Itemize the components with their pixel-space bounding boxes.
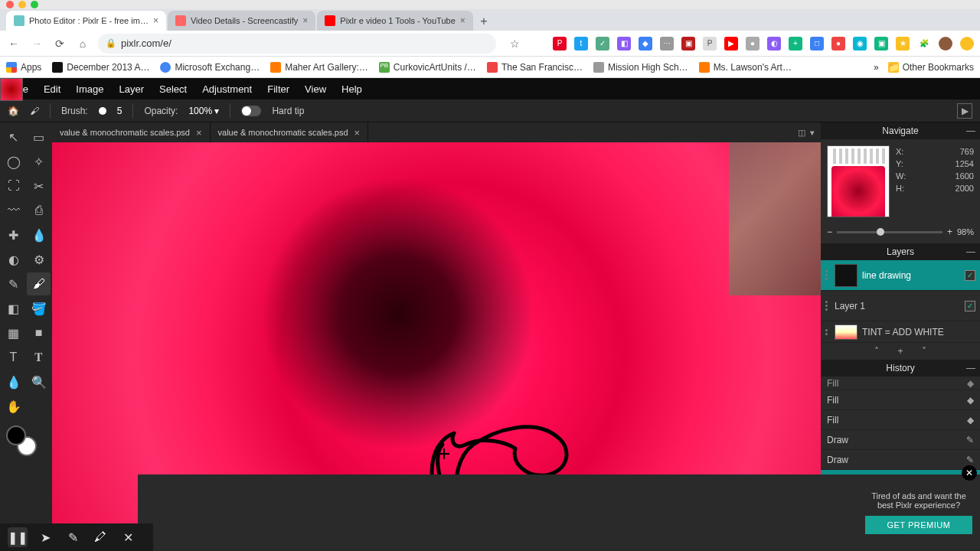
ext-icon[interactable]: P xyxy=(703,37,717,51)
ext-icon[interactable]: ⋯ xyxy=(660,37,674,51)
arrange-icon[interactable]: ◫ xyxy=(798,128,805,138)
bookmark-item[interactable]: The San Francisc… xyxy=(487,62,583,73)
document-tab[interactable]: value & monochromatic scales.psd × xyxy=(52,122,211,142)
type-tool-icon[interactable]: 𝐓 xyxy=(27,346,51,369)
visibility-checkbox[interactable]: ✓ xyxy=(965,270,975,281)
ext-icon[interactable]: ✓ xyxy=(596,37,609,51)
close-icon[interactable]: × xyxy=(302,15,308,26)
browser-tab-active[interactable]: Photo Editor : Pixlr E - free im… × xyxy=(6,11,166,31)
drag-handle-icon[interactable] xyxy=(825,329,830,335)
eraser-tool-icon[interactable]: ◧ xyxy=(2,297,25,320)
menu-filter[interactable]: Filter xyxy=(267,83,289,95)
history-panel-header[interactable]: History — xyxy=(821,360,980,377)
crop-tool-icon[interactable]: ⛶ xyxy=(2,174,25,197)
brush-size-value[interactable]: 5 xyxy=(117,106,122,116)
pen-icon[interactable]: ✎ xyxy=(63,527,83,547)
ext-icon[interactable]: ◐ xyxy=(767,37,781,51)
menu-select[interactable]: Select xyxy=(159,83,187,95)
heal-tool-icon[interactable]: ✚ xyxy=(2,223,25,246)
traffic-zoom[interactable] xyxy=(31,1,38,8)
wand-tool-icon[interactable]: ✧ xyxy=(27,150,51,173)
ext-icon[interactable]: + xyxy=(789,37,802,51)
marquee-tool-icon[interactable]: ▭ xyxy=(27,126,51,148)
layers-panel-header[interactable]: Layers — xyxy=(821,243,980,260)
lasso-tool-icon[interactable]: ◯ xyxy=(2,150,25,173)
layer-thumbnail[interactable] xyxy=(835,264,858,287)
close-icon[interactable]: × xyxy=(354,127,361,139)
eyedropper-tool-icon[interactable]: 💧 xyxy=(2,370,25,393)
menu-image[interactable]: Image xyxy=(76,83,103,95)
extensions-menu-icon[interactable]: 🧩 xyxy=(917,37,931,51)
menu-edit[interactable]: Edit xyxy=(44,83,60,95)
bookmark-item[interactable]: December 2013 A… xyxy=(52,62,149,73)
ext-icon[interactable]: ★ xyxy=(896,37,910,51)
ext-icon[interactable]: ▣ xyxy=(681,37,695,51)
home-icon[interactable]: 🏠 xyxy=(8,106,19,116)
brush-tool-icon[interactable]: 🖌 xyxy=(27,272,51,295)
url-field[interactable]: 🔒 pixlr.com/e/ xyxy=(98,34,496,54)
expand-panels-icon[interactable]: ▶ xyxy=(957,103,972,119)
brush-tool-icon[interactable]: 🖌 xyxy=(30,106,39,116)
drag-handle-icon[interactable] xyxy=(825,270,830,280)
layer-row[interactable]: TINT = ADD WHITE xyxy=(821,321,980,343)
bookmarks-overflow[interactable]: » xyxy=(874,62,879,73)
collapse-icon[interactable]: — xyxy=(966,246,975,257)
add-layer-icon[interactable]: + xyxy=(897,346,903,357)
bookmark-item[interactable]: Microsoft Exchang… xyxy=(160,62,260,73)
ext-icon[interactable]: P xyxy=(553,37,567,51)
hand-tool-icon[interactable]: ✋ xyxy=(2,395,25,418)
other-bookmarks[interactable]: 📁Other Bookmarks xyxy=(888,62,974,73)
drag-handle-icon[interactable] xyxy=(825,301,830,311)
navigator-thumbnail[interactable] xyxy=(827,145,890,217)
get-premium-button[interactable]: GET PREMIUM xyxy=(865,516,972,534)
gradient-tool-icon[interactable]: ▦ xyxy=(2,321,25,344)
arrange-menu-icon[interactable]: ▾ xyxy=(810,128,815,138)
marker-icon[interactable]: 🖍 xyxy=(90,527,110,547)
ext-icon[interactable]: ● xyxy=(746,37,760,51)
browser-tab[interactable]: Video Details - Screencastify × xyxy=(168,11,315,31)
sponge-tool-icon[interactable]: ⚙ xyxy=(27,248,51,271)
pause-button[interactable]: ❚❚ xyxy=(8,527,28,547)
back-button[interactable]: ← xyxy=(6,36,21,51)
shape-tool-icon[interactable]: ■ xyxy=(27,321,51,344)
browser-tab[interactable]: Pixlr e video 1 Tools - YouTube × xyxy=(317,11,472,31)
cut-tool-icon[interactable]: ✂ xyxy=(27,174,51,197)
visibility-checkbox[interactable]: ✓ xyxy=(965,301,975,311)
pointer-icon[interactable]: ➤ xyxy=(35,527,55,547)
layer-down-icon[interactable]: ˅ xyxy=(922,346,926,357)
bookmark-item[interactable]: Ms. Lawson's Art… xyxy=(699,62,792,73)
color-swatches[interactable] xyxy=(2,424,51,459)
document-tab[interactable]: value & monochromatic scales.psd × xyxy=(211,122,369,142)
liquify-tool-icon[interactable]: 〰 xyxy=(2,199,25,222)
text-tool-icon[interactable]: T xyxy=(2,346,25,369)
apps-button[interactable]: Apps xyxy=(6,62,41,73)
cancel-icon[interactable]: ✕ xyxy=(118,527,138,547)
layer-row[interactable]: line drawing ✓ xyxy=(821,260,980,291)
menu-adjustment[interactable]: Adjustment xyxy=(202,83,252,95)
ext-icon[interactable]: t xyxy=(574,37,588,51)
clone-tool-icon[interactable]: ⎙ xyxy=(27,199,51,222)
bookmark-item[interactable]: Mission High Sch… xyxy=(593,62,688,73)
layer-thumbnail[interactable] xyxy=(0,78,23,101)
layer-thumbnail[interactable] xyxy=(835,324,858,340)
history-item[interactable]: Fill◆ xyxy=(821,410,980,430)
ext-icon[interactable]: ◧ xyxy=(617,37,631,51)
ext-icon[interactable]: ▶ xyxy=(724,37,738,51)
close-icon[interactable]: × xyxy=(460,15,466,26)
close-icon[interactable]: × xyxy=(196,127,202,139)
collapse-icon[interactable]: — xyxy=(966,126,975,136)
close-icon[interactable]: ✕ xyxy=(962,465,977,481)
close-icon[interactable]: × xyxy=(153,15,158,26)
bookmark-item[interactable]: PBCurkovicArtUnits /… xyxy=(379,62,476,73)
history-item[interactable]: Fill◆ xyxy=(821,377,980,390)
menu-layer[interactable]: Layer xyxy=(119,83,145,95)
ext-icon[interactable]: ● xyxy=(831,37,845,51)
avatar-icon[interactable] xyxy=(939,37,952,51)
history-item[interactable]: Fill◆ xyxy=(821,390,980,410)
opacity-value[interactable]: 100% ▾ xyxy=(188,106,219,116)
zoom-out-icon[interactable]: − xyxy=(827,227,832,237)
zoom-in-icon[interactable]: + xyxy=(947,227,952,237)
ext-icon[interactable]: ◉ xyxy=(853,37,867,51)
star-icon[interactable]: ☆ xyxy=(507,36,522,51)
traffic-minimize[interactable] xyxy=(18,1,26,8)
